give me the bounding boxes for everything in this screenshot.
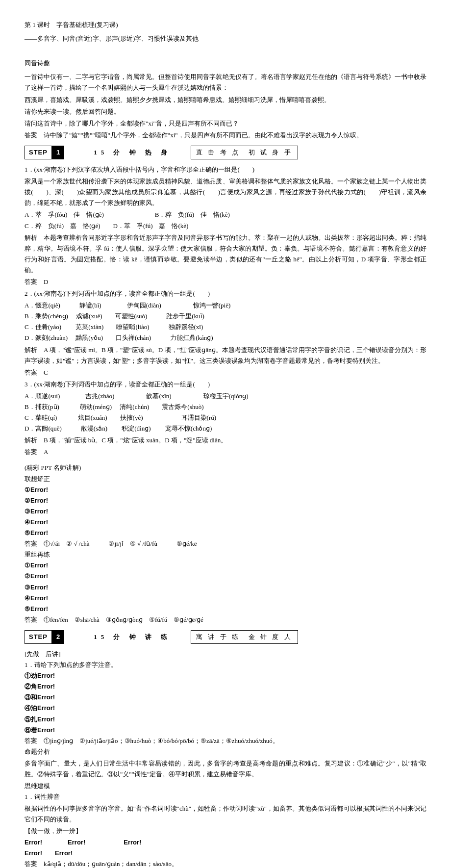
do-label-1: 【做一做，辨一辨】 [25,826,426,837]
lx-e4: ④Error! [25,517,426,528]
mingti-body: 多音字面广、量大，是人们日常生活中非常容易读错的，因此，多音字的考查是高考命题的… [25,758,426,780]
q1-answer: 答案 D [25,277,426,287]
lx-e5: ⑤Error! [25,528,426,538]
q1-optB: B．粹 负(fú) 佳 恪(kè) [155,211,230,218]
q1-explain: 解析 本题考查辨析音同形近字字形和音近形声字字音及同音异形字书写的能力。萃：聚在… [25,232,426,276]
p2-i5: ⑤扎Error! [25,714,426,725]
q1-optC: C．粹 负(fú) 嘉 恪(ɡé) D．萃 孚(fú) 嘉 恪(kè) [25,221,426,231]
chongzu-title: 重组再练 [25,549,426,560]
m1-err2: Error! Error! [25,848,426,859]
p2-i3: ③和Error! [25,692,426,703]
m1-answer: 答案 kǎ/qiǎ；dū/dōu；ɡuān/ɡuàn；dan/dān；sào/s… [25,859,426,868]
m1-body: 根据词性的不同掌握多音字的字音。如"畜"作名词时读"chù"，如牲畜；作动词时读… [25,803,426,825]
lx-e3: ③Error! [25,506,426,517]
q3-optB: B．捕获(pǔ) 萌动(ménɡ) 清纯(chún) 震古烁今(shuò) [25,402,426,412]
q2-answer: 答案 C [25,367,426,378]
step1-row: STEP 1 15 分 钟 热 身 直 击 考 点 初 试 身 手 [25,146,426,159]
poem-title: 同音诗趣 [25,58,426,69]
cz-answer: 答案 ①fēn/fēn ②shā/chà ③ɡǒnɡ/ɡònɡ ④fú/fú ⑤… [25,614,426,625]
p2-answer: 答案 ①jìnɡ/jìnɡ ②jué/jiǎo/jiǎo；③huó/huò；④b… [25,736,426,746]
p2-i4: ④泊Error! [25,703,426,714]
lesson-subtitle: ——多音字、同音(音近)字、形声(形近)字、习惯性误读及其他 [25,33,426,44]
q2-stem: 2．(xx·湖南卷)下列词语中加点的字，读音全都正确的一组是( ) [25,288,426,299]
cz-e2: ②Error! [25,571,426,582]
part2-head: [先做 后讲] [25,649,426,660]
q2-optB: B．乘势(chénɡ) 戏谑(xuè) 可塑性(suò) 跬步千里(kuǐ) [25,311,426,322]
q3-optD: D．宫阙(què) 散漫(sǎn) 积淀(dìnɡ) 宠辱不惊(chǒnɡ) [25,423,426,434]
m1-err1: Error! Error! Error! [25,837,426,848]
step2-num: 2 [52,630,64,644]
step2-sub: 寓 讲 于 练 金 针 度 人 [191,630,298,644]
q1-stem: 1．(xx·湖南卷)下列汉字依次填入语段中括号内，字音和字形全正确的一组是( ) [25,164,426,175]
q3-optC: C．菜畦(qí) 炫目(xuán) 扶掖(yè) 耳濡目染(rú) [25,412,426,423]
step1-num: 1 [52,146,64,159]
mingti-title: 命题分析 [25,746,426,757]
step2-label: STEP [25,630,52,644]
step2-row: STEP 2 15 分 钟 讲 练 寓 讲 于 练 金 针 度 人 [25,630,426,644]
lesson-title: 第 1 课时 字音基础梳理(复习课) [25,20,426,30]
poem-p3: 请你先来读一读。然后回答问题。 [25,106,426,117]
cz-e3: ③Error! [25,582,426,593]
cz-e5: ⑤Error! [25,604,426,614]
poem-p1: 一首诗中仅有一、二字与它字谐音，尚属常见。但整首诗使用同音字就绝无仅有了。著名语… [25,72,426,93]
step2-title: 15 分 钟 讲 练 [94,632,171,642]
step1-title: 15 分 钟 热 身 [94,147,171,158]
q2-optD: D．篆刻(zhuàn) 黝黑(yǒu) 口头禅(chán) 力能扛鼎(kánɡ) [25,332,426,343]
q3-optA: A．顺遂(suì) 吉兆(zhào) 歆慕(xīn) 琼楼玉宇(qiónɡ) [25,391,426,402]
lx-e1: ①Error! [25,485,426,495]
q2-optC: C．佳肴(yáo) 苋菜(xiàn) 瞭望哨(liào) 独辟蹊径(xī) [25,322,426,332]
step1-sub: 直 击 考 点 初 试 身 手 [191,146,298,159]
m1-title: 1．词性辨音 [25,791,426,802]
step1-label: STEP [25,146,52,159]
q3-answer: 答案 A [25,447,426,458]
q1-optD: D．萃 孚(fú) 嘉 恪(kè) [113,222,189,230]
siwei-title: 思维建模 [25,781,426,791]
p2-i1: ①劲Error! [25,670,426,681]
cz-e1: ①Error! [25,560,426,571]
q1-body: 家风是一个家族世代相传沿袭下来的体现家族成员精神风貌、道德品质、审美格调和整体气… [25,176,426,208]
part2-q: 1．请给下列加点的多音字注音。 [25,660,426,670]
q3-explain: 解析 B 项，"捕"应读 bǔ。C 项，"炫"应读 xuàn。D 项，"淀"应读… [25,435,426,446]
q3-stem: 3．(xx·湖南卷)下列词语中加点的字，读音全都正确的一组是( ) [25,379,426,390]
q2-optA: A．惬意(qiè) 静谧(bì) 伊甸园(diàn) 惊鸿一瞥(piē) [25,300,426,311]
lx-e2: ②Error! [25,495,426,506]
poem-answer: 答案 诗中除了"嬉""携""嘻嘻"几个字外，全都读作"xi"，只是四声有所不同而… [25,130,426,141]
poem-p2: 西溪犀，喜嬉戏。犀吸溪，戏袭熙。嬉熙夕夕携犀戏，嬉熙嘻嘻希息戏。嬉熙细细习洗犀，… [25,95,426,105]
poem-p4: 请问这首诗中，除了哪几个字外，全都读作"xi"音，只是四声有所不同而已？ [25,118,426,129]
lianxiang-title: 联想矫正 [25,474,426,485]
lx-answer: 答案 ①√/ái ② √ /chà ③jī/jǐ ④ √ /fǔ/fù ⑤ɡé/… [25,538,426,549]
q2-explain: 解析 A 项，"谧"应读 mì。B 项，"塑"应读 sù。D 项，"扛"应读ɡā… [25,345,426,366]
ppt-head: (精彩 PPT 名师讲解) [25,462,426,473]
p2-i6: ⑥着Error! [25,725,426,736]
p2-i2: ②角Error! [25,681,426,692]
q1-optA: A．萃 孚(fóu) 佳 恪(ɡè) B．粹 负(fú) 佳 恪(kè) [25,209,426,220]
cz-e4: ④Error! [25,593,426,604]
